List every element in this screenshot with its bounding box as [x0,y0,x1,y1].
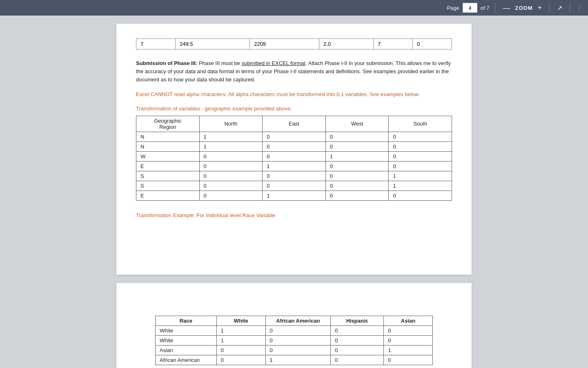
cell: 0 [263,141,326,151]
submission-bold: Submission of Phase III: [136,60,197,66]
cell: 1 [265,355,331,365]
col-west: West [325,116,389,132]
geo-table: GeographicRegion North East West South N… [136,116,452,201]
table-header-row: GeographicRegion North East West South [136,116,452,132]
cell: 0 [199,181,263,191]
cell: 0 [331,335,384,345]
cell: 0 [199,151,263,161]
col-asian: Asian [384,316,433,325]
table-row: S0001 [136,181,452,191]
cell: 0 [325,161,389,171]
col-african-american: African American [265,316,331,325]
col-race: Race [156,316,217,325]
cell: S [136,181,200,191]
zoom-label: ZOOM [515,5,532,11]
cell: 1 [263,161,326,171]
cell: 0 [325,181,389,191]
cell: 0 [384,355,433,365]
page-of-label: of 7 [481,5,490,11]
cell: N [136,132,200,141]
cell: 1 [199,132,263,141]
col-white: White [216,316,265,325]
transform-title: Transformation of variables - geographic… [136,105,452,112]
race-table-header-row: Race White African American Hispanic Asi… [156,316,433,325]
cell: 0 [325,141,389,151]
cell: 0 [331,345,384,355]
cell: 0 [263,151,326,161]
cell: E [136,161,200,171]
excel-note: Excel CANNOT read alpha characters. All … [136,90,452,99]
cell: 7 [373,39,412,49]
table-row: N1000 [136,132,452,141]
page-5: Race White African American Hispanic Asi… [116,283,472,368]
table-row: African American0100 [156,355,433,365]
cell: 1 [216,335,265,345]
cell: 1 [199,141,263,151]
col-south: South [389,116,452,132]
cell: 1 [389,171,452,181]
cell: 0 [325,132,389,141]
cell: 0 [389,132,452,141]
cell: 0 [412,39,452,49]
partial-data-table: 7 249.5 2209 2.0 7 0 [136,38,452,49]
cell: 0 [199,161,263,171]
page-label: Page [447,5,459,11]
spacer [136,222,452,255]
cell: 0 [265,345,331,355]
cell: 0 [384,335,433,345]
divider2 [549,3,550,13]
cell: E [136,191,200,200]
page-area: 7 249.5 2209 2.0 7 0 Submission of Phase… [0,16,588,368]
cell: 0 [325,191,389,200]
cell: 0 [265,335,331,345]
page-input[interactable] [463,3,477,13]
cell: 2209 [250,39,319,49]
cell: African American [156,355,217,365]
cell: 249.5 [176,39,250,49]
cell: 1 [389,181,452,191]
cell: 1 [325,151,389,161]
race-table: Race White African American Hispanic Asi… [155,316,433,365]
cell: 0 [331,355,384,365]
cell: W [136,151,200,161]
cell: 0 [263,181,326,191]
cell: 0 [384,325,433,335]
cell: 0 [389,161,452,171]
cell: N [136,141,200,151]
cell: White [156,335,217,345]
table-row: E0100 [136,191,452,200]
cell: 0 [216,355,265,365]
cell: 0 [199,171,263,181]
cell: S [136,171,200,181]
table-row: 7 249.5 2209 2.0 7 0 [136,39,452,49]
cell: 7 [136,39,176,49]
cell: 0 [265,325,331,335]
cell: 0 [331,325,384,335]
cell: 0 [389,191,452,200]
cell: 1 [384,345,433,355]
cell: Asian [156,345,217,355]
cell: 0 [263,171,326,181]
col-geographic-region: GeographicRegion [136,116,200,132]
zoom-out-button[interactable]: — [501,4,512,11]
page-4: 7 249.5 2209 2.0 7 0 Submission of Phase… [116,24,472,275]
transform-example-title: Transformation Example: For Individual l… [136,212,452,218]
table-row: E0100 [136,161,452,171]
table-row: S0001 [136,171,452,181]
table-row: N1000 [136,141,452,151]
table-row: White1000 [156,325,433,335]
zoom-in-button[interactable]: + [536,4,543,11]
cell: 0 [389,141,452,151]
divider3 [570,3,570,13]
cell: 2.0 [319,39,373,49]
cell: 1 [216,325,265,335]
table-row: W0010 [136,151,452,161]
more-options[interactable]: ⋮ [576,3,583,12]
cell: 1 [263,191,326,200]
cell: 0 [199,191,263,200]
table-row: White1000 [156,335,433,345]
cell: 0 [325,171,389,181]
cell: White [156,325,217,335]
submission-text: Submission of Phase III: Phase III must … [136,59,452,84]
expand-button[interactable]: ↗ [555,4,564,12]
